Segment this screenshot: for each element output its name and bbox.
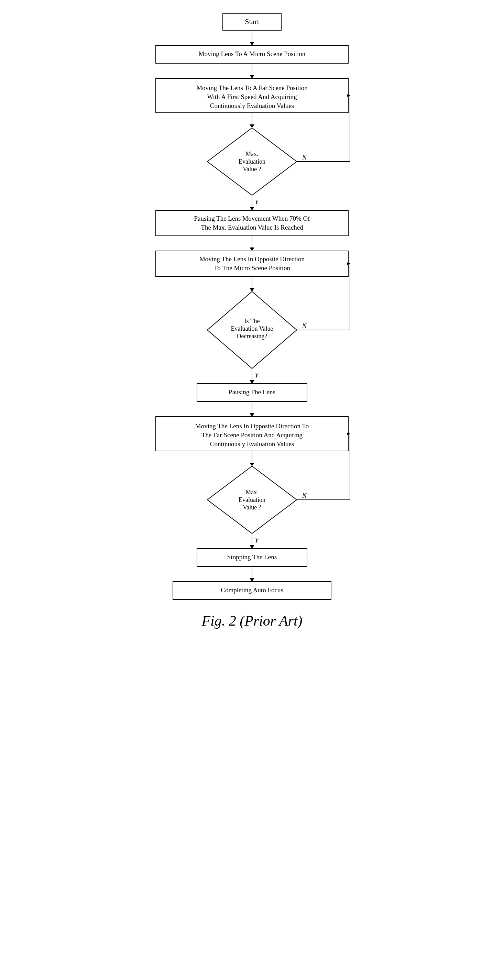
diamond2-n-label: N bbox=[302, 322, 307, 329]
step2-line1: Moving The Lens To A Far Scene Position bbox=[196, 84, 308, 91]
diamond2-line2: Evaluation Value bbox=[231, 325, 273, 332]
svg-marker-31 bbox=[250, 413, 254, 417]
diamond3-line3: Value ? bbox=[243, 504, 261, 511]
diamond1-line2: Evaluation bbox=[238, 158, 266, 165]
flowchart-svg: Start Moving Lens To A Micro Scene Posit… bbox=[121, 7, 383, 942]
diamond3-line2: Evaluation bbox=[238, 496, 266, 503]
step8-label: Completing Auto Focus bbox=[221, 586, 283, 593]
diamond1-n-label: N bbox=[302, 154, 307, 161]
svg-marker-34 bbox=[250, 463, 254, 466]
svg-marker-5 bbox=[250, 75, 254, 78]
svg-marker-8 bbox=[250, 124, 254, 128]
step7-label: Stopping The Lens bbox=[227, 554, 277, 561]
svg-marker-21 bbox=[250, 288, 254, 291]
figure-caption: Fig. 2 (Prior Art) bbox=[201, 613, 302, 629]
svg-rect-19 bbox=[156, 251, 348, 276]
diamond1-line1: Max. bbox=[245, 151, 259, 158]
step2-line3: Continuously Evaluation Values bbox=[210, 102, 294, 109]
svg-marker-41 bbox=[250, 545, 254, 549]
step2-line2: With A First Speed And Acquiring bbox=[207, 93, 297, 100]
step6-line3: Continuously Evaluation Values bbox=[210, 440, 294, 447]
diamond2-line3: Decreasing? bbox=[237, 333, 267, 340]
diamond1-y-label: Y bbox=[255, 198, 259, 205]
step4-line2: To The Micro Scene Position bbox=[214, 264, 291, 272]
diamond3-n-label: N bbox=[302, 492, 307, 499]
diamond3-line1: Max. bbox=[245, 489, 259, 496]
svg-rect-16 bbox=[156, 210, 348, 236]
flowchart-diagram: Start Moving Lens To A Micro Scene Posit… bbox=[121, 7, 383, 942]
diamond1-line3: Value ? bbox=[243, 166, 261, 173]
start-label: Start bbox=[245, 17, 259, 26]
step3-line1: Pausing The Lens Movement When 70% Of bbox=[194, 215, 310, 222]
step5-label: Pausing The Lens bbox=[229, 388, 275, 396]
svg-marker-15 bbox=[250, 207, 254, 210]
svg-marker-28 bbox=[250, 380, 254, 383]
diamond2-y-label: Y bbox=[255, 372, 259, 379]
step3-line2: The Max. Evaluation Value Is Reached bbox=[201, 224, 303, 231]
step1-label: Moving Lens To A Micro Scene Position bbox=[199, 50, 305, 57]
step6-line1: Moving The Lens In Opposite Direction To bbox=[195, 422, 309, 430]
svg-marker-2 bbox=[250, 42, 254, 45]
svg-marker-44 bbox=[250, 578, 254, 582]
diamond3-y-label: Y bbox=[255, 536, 259, 544]
diamond2-line1: Is The bbox=[244, 318, 259, 325]
step6-line2: The Far Scene Position And Acquiring bbox=[202, 431, 302, 439]
svg-marker-18 bbox=[250, 248, 254, 251]
step4-line1: Moving The Lens In Opposite Direction bbox=[199, 255, 305, 262]
